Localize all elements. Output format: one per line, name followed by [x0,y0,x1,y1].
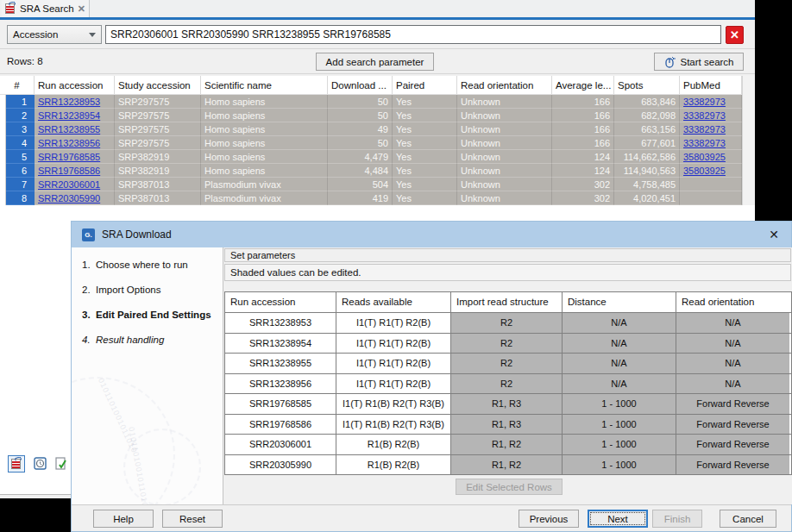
column-header-read-orientation[interactable]: Read orientation [457,76,552,94]
search-query-input[interactable] [105,25,721,44]
cell-spots: 4,758,485 [614,178,680,191]
run-accession-link[interactable]: SRR19768585 [38,152,100,162]
cell-distance[interactable]: 1 - 1000 [563,455,676,475]
cell-run-accession: SRR20305990 [225,455,336,475]
dialog-titlebar[interactable]: G. SRA Download ✕ [72,222,791,247]
pubmed-link[interactable]: 33382973 [683,97,726,107]
cell-run-accession: SRR19768586 [225,415,336,435]
cell-distance[interactable]: N/A [563,313,676,333]
cell-read-orientation[interactable]: N/A [676,374,789,394]
cell-import-read-structure[interactable]: R1, R3 [451,415,563,435]
cell-distance[interactable]: 1 - 1000 [563,394,676,414]
settings-table-row[interactable]: SRR20306001 R1(B) R2(B) R1, R2 1 - 1000 … [225,434,791,454]
rows-count-label: Rows: 8 [7,56,43,66]
previous-button[interactable]: Previous [519,510,579,528]
next-button[interactable]: Next [588,510,648,528]
cell-run-accession: SRR13238956 [225,374,336,394]
column-header-spots[interactable]: Spots [614,76,680,94]
column-header-index[interactable]: # [0,76,35,94]
cell-read-orientation[interactable]: Forward Reverse [676,415,789,435]
cell-read-orientation[interactable]: N/A [676,354,789,373]
cell-import-read-structure[interactable]: R2 [451,313,563,333]
tab-sra-search[interactable]: SRA Search ✕ [2,0,90,17]
table-row[interactable]: 2 SRR13238954 SRP297575 Homo sapiens 50 … [0,109,755,122]
cell-import-read-structure[interactable]: R1, R2 [451,435,563,454]
cell-import-read-structure[interactable]: R2 [451,334,563,354]
settings-table-row[interactable]: SRR13238955 I1(T) R1(T) R2(B) R2 N/A N/A [225,353,791,373]
dialog-title: SRA Download [102,228,172,241]
cell-distance[interactable]: N/A [563,354,676,373]
table-scrollbar[interactable] [742,76,755,205]
cell-distance[interactable]: N/A [563,374,676,394]
run-accession-link[interactable]: SRR13238953 [38,97,100,107]
cell-read-orientation[interactable]: Forward Reverse [676,455,789,475]
table-row[interactable]: 3 SRR13238955 SRP297575 Homo sapiens 49 … [0,122,755,136]
settings-table-row[interactable]: SRR13238954 I1(T) R1(T) R2(B) R2 N/A N/A [225,333,791,354]
table-row[interactable]: 6 SRR19768586 SRP382919 Homo sapiens 4,4… [0,164,755,178]
column-header-scientific-name[interactable]: Scientific name [201,76,328,94]
column-header-study-accession[interactable]: Study accession [115,76,201,94]
results-toolbar: Rows: 8 Add search parameter Start searc… [0,50,755,74]
cell-scientific-name: Plasmodium vivax [201,191,328,205]
settings-table-row[interactable]: SRR19768585 I1(T) R1(B) R2(T) R3(B) R1, … [225,393,791,414]
run-accession-link[interactable]: SRR20305990 [38,193,100,203]
column-header-paired[interactable]: Paired [393,76,457,94]
cancel-button[interactable]: Cancel [720,510,776,528]
run-accession-link[interactable]: SRR20306001 [38,179,100,190]
pubmed-link[interactable]: 33382973 [683,138,726,148]
table-row[interactable]: 7 SRR20306001 SRP387013 Plasmodium vivax… [0,178,755,191]
add-search-parameter-button[interactable]: Add search parameter [316,53,434,71]
cell-distance[interactable]: 1 - 1000 [563,435,676,454]
cell-average-length: 166 [552,109,614,122]
pubmed-link[interactable]: 33382973 [683,124,726,135]
clear-search-button[interactable]: ✕ [726,26,744,44]
cell-read-orientation[interactable]: Forward Reverse [676,435,789,454]
column-header-download[interactable]: Download ... [328,76,393,94]
view-tab-sra-search-icon[interactable] [8,455,25,473]
dialog-button-bar: Help Reset Previous Next Finish Cancel [72,504,791,531]
cell-import-read-structure[interactable]: R1, R2 [451,455,563,475]
search-field-dropdown[interactable]: Accession [7,25,102,44]
pubmed-link[interactable]: 35803925 [683,166,726,176]
run-accession-link[interactable]: SRR13238954 [38,110,100,121]
tab-close-icon[interactable]: ✕ [78,4,85,13]
cell-distance[interactable]: N/A [563,334,676,354]
cell-read-orientation[interactable]: N/A [676,313,789,333]
cell-download: 504 [328,178,393,191]
pubmed-link[interactable]: 33382973 [683,110,726,121]
table-row[interactable]: 1 SRR13238953 SRP297575 Homo sapiens 50 … [0,95,755,109]
cell-import-read-structure[interactable]: R2 [451,354,563,373]
column-header-average-length[interactable]: Average le... [552,76,614,94]
pubmed-link[interactable]: 35803925 [683,152,726,162]
settings-table-row[interactable]: SRR13238956 I1(T) R1(T) R2(B) R2 N/A N/A [225,373,791,394]
settings-table-row[interactable]: SRR20305990 R1(B) R2(B) R1, R2 1 - 1000 … [225,454,791,475]
run-accession-link[interactable]: SRR13238956 [38,138,100,148]
settings-table-row[interactable]: SRR19768586 I1(T) R1(B) R2(T) R3(B) R1, … [225,414,791,435]
dialog-close-icon[interactable]: ✕ [769,228,781,241]
column-header-pubmed[interactable]: PubMed [680,76,742,94]
column-header-run-accession[interactable]: Run accession [35,76,115,94]
run-accession-link[interactable]: SRR13238955 [38,124,100,135]
help-button[interactable]: Help [93,510,154,528]
cell-read-orientation[interactable]: Forward Reverse [676,394,789,414]
history-view-icon[interactable] [32,455,49,473]
table-row[interactable]: 5 SRR19768585 SRP382919 Homo sapiens 4,4… [0,150,755,164]
wizard-step: 3.Edit Paired End Settings [82,310,211,320]
cell-average-length: 124 [552,164,614,178]
table-row[interactable]: 4 SRR13238956 SRP297575 Homo sapiens 50 … [0,136,755,150]
run-accession-link[interactable]: SRR19768586 [38,166,100,176]
start-search-button[interactable]: Start search [654,53,744,71]
cell-study-accession: SRP297575 [115,109,201,122]
wizard-step-label: Import Options [96,285,160,295]
cell-paired: Yes [393,136,457,150]
cell-import-read-structure[interactable]: R2 [451,374,563,394]
cell-row-number: 1 [6,95,35,109]
settings-table-row[interactable]: SRR13238953 I1(T) R1(T) R2(B) R2 N/A N/A [225,312,791,333]
element-info-view-icon[interactable] [53,455,70,473]
table-row[interactable]: 8 SRR20305990 SRP387013 Plasmodium vivax… [0,191,755,205]
cell-distance[interactable]: 1 - 1000 [563,415,676,435]
cell-import-read-structure[interactable]: R1, R3 [451,394,563,414]
cell-read-orientation[interactable]: N/A [676,334,789,354]
edit-selected-rows-button: Edit Selected Rows [456,479,563,495]
reset-button[interactable]: Reset [162,510,223,528]
